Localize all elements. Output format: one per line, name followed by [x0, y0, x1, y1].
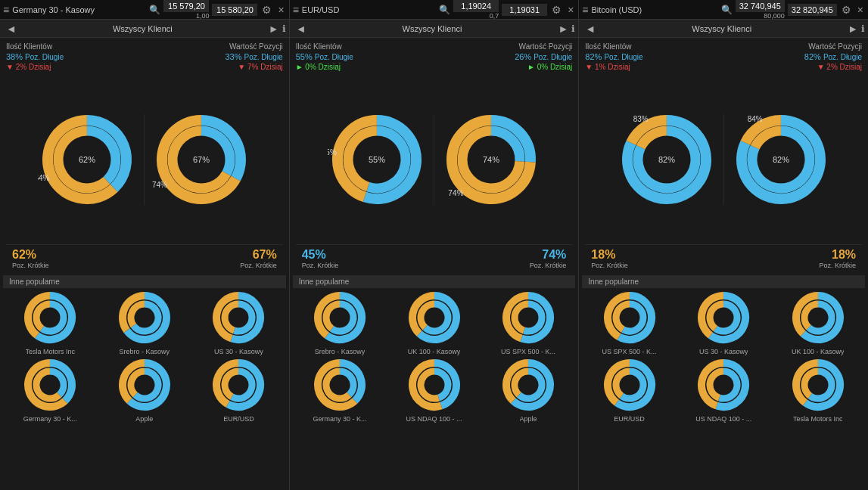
svg-text:84%: 84% — [747, 114, 762, 122]
pop-item-label: Germany 30 - K... — [313, 415, 366, 423]
svg-text:62%: 62% — [79, 155, 95, 164]
ilość-klientów-label: Ilość Klientów — [6, 42, 52, 51]
bottom-right-pct: 18% — [819, 248, 856, 262]
close-button[interactable]: × — [566, 4, 575, 16]
popular-item[interactable]: UK 100 - Kasowy — [388, 291, 480, 355]
settings-icon[interactable]: ⚙ — [550, 4, 563, 16]
pop-item-label: Germany 30 - K... — [23, 415, 77, 423]
close-button[interactable]: × — [856, 4, 865, 16]
popular-item[interactable]: Srebro - Kasowy — [294, 291, 386, 355]
svg-text:74%: 74% — [483, 155, 499, 164]
nav-right-arrow[interactable]: ► — [845, 23, 861, 35]
bottom-right-label: Poz. Krótkie — [819, 262, 856, 269]
nav-left-arrow[interactable]: ◄ — [3, 23, 20, 35]
close-button[interactable]: × — [276, 4, 285, 16]
pop-donut-icon — [23, 358, 76, 414]
search-icon[interactable]: 🔍 — [721, 5, 733, 15]
pop-donut-icon — [502, 358, 555, 414]
today-left: ► 0% Dzisiaj — [296, 63, 341, 71]
pop-item-label: Tesla Motors Inc — [26, 348, 76, 355]
popular-grid: Tesla Motors Inc Srebro - Kasowy US 30 -… — [3, 291, 286, 423]
main-container: ≡ Germany 30 - Kasowy 🔍 15 579,20 1,00 1… — [0, 0, 868, 490]
popular-section: Inne popularne Srebro - Kasowy UK 100 - … — [290, 272, 579, 490]
bottom-right-label: Poz. Krótkie — [240, 262, 277, 269]
menu-icon[interactable]: ≡ — [582, 4, 588, 16]
stats-bottom: 62% Poz. Krótkie 67% Poz. Krótkie — [6, 244, 283, 272]
popular-item[interactable]: Tesla Motors Inc — [772, 358, 863, 423]
nav-title: Wszyscy Klienci — [310, 24, 555, 33]
popular-item[interactable]: EUR/USD — [193, 358, 285, 423]
search-icon[interactable]: 🔍 — [149, 5, 160, 15]
header-title: Germany 30 - Kasowy — [12, 5, 146, 14]
charts-row: 62%64% 67%74% — [6, 74, 283, 244]
price-sub: 80,000 — [736, 12, 785, 20]
price-box-1: 1,19024 0,7 — [453, 0, 499, 20]
popular-item[interactable]: EUR/USD — [583, 358, 675, 423]
bottom-left: 62% Poz. Krótkie — [12, 248, 49, 269]
pop-item-label: Srebro - Kasowy — [315, 348, 366, 355]
pop-item-label: EUR/USD — [223, 415, 254, 423]
price-value-2: 15 580,20 — [212, 4, 257, 16]
info-icon[interactable]: ℹ — [861, 23, 865, 34]
popular-item[interactable]: Tesla Motors Inc — [5, 291, 96, 355]
popular-item[interactable]: US NDAQ 100 - ... — [388, 358, 480, 423]
price-value-1: 32 740,945 — [736, 0, 785, 12]
price-value-2: 1,19031 — [502, 4, 547, 16]
popular-item[interactable]: US 30 - Kasowy — [193, 291, 285, 355]
panel-stats: Ilość Klientów Wartość Pozycji 38% Poz. … — [0, 38, 289, 272]
panel-2: ≡ EUR/USD 🔍 1,19024 0,7 1,19031 ⚙ × ◄ Ws… — [290, 0, 580, 490]
bottom-right-label: Poz. Krótkie — [530, 262, 567, 269]
today-right: ▼ 2% Dzisiaj — [817, 63, 862, 71]
pop-donut-icon — [697, 291, 750, 346]
info-icon[interactable]: ℹ — [282, 23, 286, 34]
vertical-divider — [723, 114, 724, 205]
poz-left-pct: 82% Poz. Długie — [585, 52, 642, 61]
nav-left-arrow[interactable]: ◄ — [293, 23, 310, 35]
panel-header: ≡ Germany 30 - Kasowy 🔍 15 579,20 1,00 1… — [0, 0, 289, 20]
menu-icon[interactable]: ≡ — [3, 4, 9, 16]
pop-item-label: US NDAQ 100 - ... — [406, 415, 462, 423]
info-icon[interactable]: ℹ — [571, 23, 575, 34]
svg-text:55%: 55% — [369, 155, 385, 164]
settings-icon[interactable]: ⚙ — [840, 4, 853, 16]
nav-right-arrow[interactable]: ► — [555, 23, 571, 35]
svg-text:82%: 82% — [773, 155, 789, 164]
menu-icon[interactable]: ≡ — [293, 4, 299, 16]
poz-right-pct: 33% Poz. Długie — [225, 52, 282, 61]
panel-header: ≡ Bitcoin (USD) 🔍 32 740,945 80,000 32 8… — [579, 0, 868, 20]
pop-item-label: Tesla Motors Inc — [793, 415, 843, 423]
popular-item[interactable]: US SPX 500 - K... — [583, 291, 675, 355]
popular-header: Inne popularne — [293, 275, 576, 288]
popular-item[interactable]: US 30 - Kasowy — [678, 291, 770, 355]
poz-left-pct: 38% Poz. Długie — [6, 52, 64, 61]
popular-item[interactable]: Germany 30 - K... — [294, 358, 386, 423]
left-donut: 55%55% — [328, 110, 426, 209]
today-right: ► 0% Dzisiaj — [527, 63, 572, 71]
popular-header: Inne popularne — [3, 275, 286, 288]
popular-item[interactable]: US NDAQ 100 - ... — [678, 358, 770, 423]
poz-left-pct: 55% Poz. Długie — [296, 52, 353, 61]
popular-item[interactable]: Germany 30 - K... — [5, 358, 96, 423]
price-value-2: 32 820,945 — [788, 4, 837, 16]
bottom-left: 18% Poz. Krótkie — [591, 248, 628, 269]
stats-bottom: 18% Poz. Krótkie 18% Poz. Krótkie — [585, 244, 862, 272]
pop-donut-icon — [118, 358, 171, 414]
popular-item[interactable]: UK 100 - Kasowy — [772, 291, 863, 355]
pop-item-label: US NDAQ 100 - ... — [695, 415, 751, 423]
pop-donut-icon — [313, 291, 366, 346]
nav-right-arrow[interactable]: ► — [266, 23, 282, 35]
today-left: ▼ 1% Dzisiaj — [585, 63, 630, 71]
popular-item[interactable]: Srebro - Kasowy — [99, 291, 191, 355]
pop-donut-icon — [792, 358, 845, 414]
popular-grid: US SPX 500 - K... US 30 - Kasowy UK 100 … — [582, 291, 865, 423]
bottom-right: 74% Poz. Krótkie — [530, 248, 567, 269]
nav-left-arrow[interactable]: ◄ — [582, 23, 599, 35]
settings-icon[interactable]: ⚙ — [260, 4, 273, 16]
popular-item[interactable]: Apple — [99, 358, 191, 423]
pop-donut-icon — [697, 358, 750, 414]
bottom-left-pct: 18% — [591, 248, 628, 262]
popular-item[interactable]: US SPX 500 - K... — [483, 291, 574, 355]
popular-item[interactable]: Apple — [483, 358, 574, 423]
search-icon[interactable]: 🔍 — [439, 5, 450, 15]
bottom-left-pct: 45% — [302, 248, 339, 262]
